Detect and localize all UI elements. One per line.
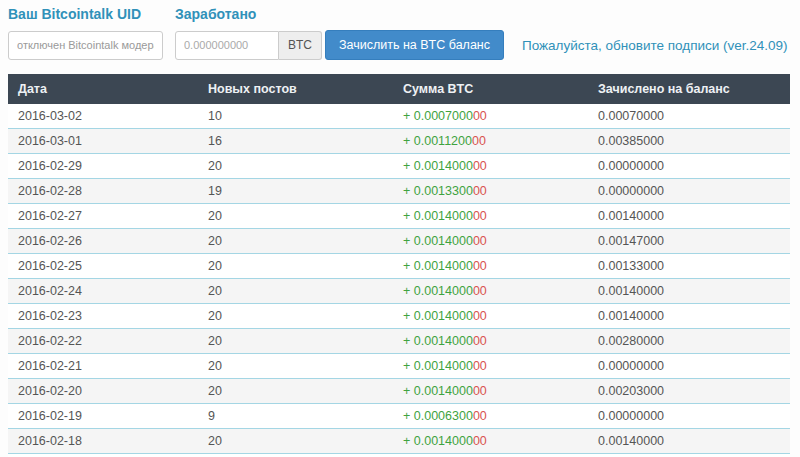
cell-sum-btc: + 0.001400000 bbox=[393, 379, 588, 404]
cell-credited-balance: 0.00203000 bbox=[588, 379, 790, 404]
earnings-page: Ваш Bitcointalk UID Заработано BTC Зачис… bbox=[0, 0, 800, 457]
sum-green-part: + 0.0007000 bbox=[403, 109, 473, 123]
table-row: 2016-02-2120+ 0.0014000000.00000000 bbox=[8, 354, 790, 379]
cell-credited-balance: 0.00147000 bbox=[588, 229, 790, 254]
cell-new-posts: 19 bbox=[198, 179, 393, 204]
cell-new-posts: 20 bbox=[198, 304, 393, 329]
table-row: 2016-03-0210+ 0.0007000000.00070000 bbox=[8, 104, 790, 129]
table-row: 2016-02-171+ 0.0000700000.00007000 bbox=[8, 454, 790, 457]
sum-green-part: + 0.0013300 bbox=[403, 184, 473, 198]
controls-row: BTC Зачислить на BTC баланс Пожалуйста, … bbox=[8, 30, 790, 60]
sum-red-part: 00 bbox=[473, 159, 487, 173]
cell-date: 2016-02-27 bbox=[8, 204, 198, 229]
cell-date: 2016-03-01 bbox=[8, 129, 198, 154]
cell-new-posts: 20 bbox=[198, 429, 393, 454]
cell-new-posts: 20 bbox=[198, 154, 393, 179]
table-row: 2016-02-2819+ 0.0013300000.00000000 bbox=[8, 179, 790, 204]
sum-green-part: + 0.0014000 bbox=[403, 434, 473, 448]
amount-input[interactable] bbox=[175, 31, 279, 60]
header-new-posts: Новых постов bbox=[198, 74, 393, 104]
cell-new-posts: 9 bbox=[198, 404, 393, 429]
cell-sum-btc: + 0.000700000 bbox=[393, 104, 588, 129]
cell-sum-btc: + 0.001330000 bbox=[393, 179, 588, 204]
cell-sum-btc: + 0.001400000 bbox=[393, 279, 588, 304]
cell-date: 2016-02-29 bbox=[8, 154, 198, 179]
sum-green-part: + 0.0014000 bbox=[403, 234, 473, 248]
cell-date: 2016-02-25 bbox=[8, 254, 198, 279]
cell-new-posts: 20 bbox=[198, 329, 393, 354]
cell-date: 2016-02-21 bbox=[8, 354, 198, 379]
cell-new-posts: 20 bbox=[198, 379, 393, 404]
table-row: 2016-02-199+ 0.0006300000.00000000 bbox=[8, 404, 790, 429]
cell-sum-btc: + 0.001400000 bbox=[393, 229, 588, 254]
sum-red-part: 00 bbox=[473, 109, 487, 123]
sum-red-part: 00 bbox=[473, 434, 487, 448]
header-sum-btc: Сумма BTC bbox=[393, 74, 588, 104]
sum-red-part: 00 bbox=[473, 359, 487, 373]
sum-green-part: + 0.0006300 bbox=[403, 409, 473, 423]
table-row: 2016-02-2320+ 0.0014000000.00140000 bbox=[8, 304, 790, 329]
sum-green-part: + 0.0014000 bbox=[403, 259, 473, 273]
table-body: 2016-03-0210+ 0.0007000000.000700002016-… bbox=[8, 104, 790, 457]
uid-input[interactable] bbox=[8, 31, 163, 60]
cell-new-posts: 20 bbox=[198, 204, 393, 229]
cell-new-posts: 20 bbox=[198, 354, 393, 379]
cell-credited-balance: 0.00140000 bbox=[588, 429, 790, 454]
cell-date: 2016-02-17 bbox=[8, 454, 198, 457]
cell-new-posts: 10 bbox=[198, 104, 393, 129]
table-row: 2016-02-1820+ 0.0014000000.00140000 bbox=[8, 429, 790, 454]
cell-sum-btc: + 0.000070000 bbox=[393, 454, 588, 457]
cell-date: 2016-02-23 bbox=[8, 304, 198, 329]
cell-credited-balance: 0.00140000 bbox=[588, 304, 790, 329]
sum-green-part: + 0.0014000 bbox=[403, 384, 473, 398]
cell-credited-balance: 0.00007000 bbox=[588, 454, 790, 457]
cell-new-posts: 20 bbox=[198, 279, 393, 304]
cell-sum-btc: + 0.001120000 bbox=[393, 129, 588, 154]
cell-date: 2016-02-28 bbox=[8, 179, 198, 204]
cell-new-posts: 16 bbox=[198, 129, 393, 154]
cell-credited-balance: 0.00000000 bbox=[588, 404, 790, 429]
cell-new-posts: 20 bbox=[198, 254, 393, 279]
cell-sum-btc: + 0.001400000 bbox=[393, 254, 588, 279]
update-signatures-notice: Пожалуйста, обновите подписи (ver.24.09) bbox=[522, 38, 788, 53]
sum-red-part: 00 bbox=[473, 284, 487, 298]
table-header: Дата Новых постов Сумма BTC Зачислено на… bbox=[8, 74, 790, 104]
cell-date: 2016-02-24 bbox=[8, 279, 198, 304]
cell-credited-balance: 0.00000000 bbox=[588, 354, 790, 379]
sum-red-part: 00 bbox=[472, 134, 486, 148]
table-row: 2016-02-2720+ 0.0014000000.00140000 bbox=[8, 204, 790, 229]
sum-red-part: 00 bbox=[473, 234, 487, 248]
sum-green-part: + 0.0014000 bbox=[403, 159, 473, 173]
sum-red-part: 00 bbox=[473, 334, 487, 348]
sum-red-part: 00 bbox=[473, 184, 487, 198]
header-credited-balance: Зачислено на баланс bbox=[588, 74, 790, 104]
table-row: 2016-02-2020+ 0.0014000000.00203000 bbox=[8, 379, 790, 404]
cell-date: 2016-03-02 bbox=[8, 104, 198, 129]
btc-suffix-addon: BTC bbox=[279, 31, 322, 60]
credit-to-btc-balance-button[interactable]: Зачислить на BTC баланс bbox=[325, 30, 504, 60]
cell-date: 2016-02-20 bbox=[8, 379, 198, 404]
table-row: 2016-02-2420+ 0.0014000000.00140000 bbox=[8, 279, 790, 304]
cell-date: 2016-02-22 bbox=[8, 329, 198, 354]
sum-green-part: + 0.0014000 bbox=[403, 334, 473, 348]
uid-heading: Ваш Bitcointalk UID bbox=[8, 6, 175, 22]
cell-credited-balance: 0.00280000 bbox=[588, 329, 790, 354]
cell-credited-balance: 0.00385000 bbox=[588, 129, 790, 154]
cell-credited-balance: 0.00000000 bbox=[588, 154, 790, 179]
cell-credited-balance: 0.00140000 bbox=[588, 204, 790, 229]
uid-input-wrap bbox=[8, 31, 175, 60]
earnings-table: Дата Новых постов Сумма BTC Зачислено на… bbox=[8, 74, 790, 457]
cell-credited-balance: 0.00140000 bbox=[588, 279, 790, 304]
cell-new-posts: 1 bbox=[198, 454, 393, 457]
cell-sum-btc: + 0.001400000 bbox=[393, 304, 588, 329]
header-date: Дата bbox=[8, 74, 198, 104]
sum-green-part: + 0.0014000 bbox=[403, 209, 473, 223]
table-row: 2016-03-0116+ 0.0011200000.00385000 bbox=[8, 129, 790, 154]
table-row: 2016-02-2620+ 0.0014000000.00147000 bbox=[8, 229, 790, 254]
sum-green-part: + 0.0011200 bbox=[403, 134, 472, 148]
cell-sum-btc: + 0.000630000 bbox=[393, 404, 588, 429]
sum-green-part: + 0.0014000 bbox=[403, 309, 473, 323]
table-row: 2016-02-2920+ 0.0014000000.00000000 bbox=[8, 154, 790, 179]
sum-red-part: 00 bbox=[473, 309, 487, 323]
cell-sum-btc: + 0.001400000 bbox=[393, 204, 588, 229]
